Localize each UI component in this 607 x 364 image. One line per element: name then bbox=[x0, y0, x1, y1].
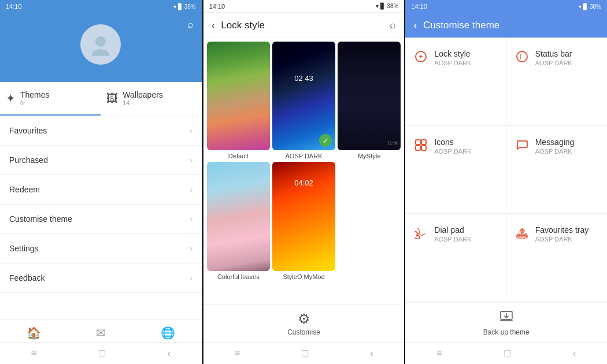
status-icons-3: ▾ ▊ 38% bbox=[579, 3, 601, 10]
svg-rect-5 bbox=[416, 140, 420, 144]
search-icon[interactable]: ⌕ bbox=[187, 18, 194, 31]
svg-text:i: i bbox=[520, 53, 522, 61]
customise-topbar: ‹ Customise theme bbox=[405, 13, 607, 38]
menu-btn-2[interactable]: ≡ bbox=[234, 347, 240, 359]
lockstyle-item-leaves[interactable]: Colorful leaves bbox=[207, 162, 270, 280]
dial-pad-cell-sub: AOSP DARK bbox=[434, 236, 471, 243]
system-nav-1: ≡ □ ‹ bbox=[0, 342, 202, 364]
svg-rect-10 bbox=[521, 234, 523, 236]
menu-item-feedback[interactable]: Feedback › bbox=[0, 263, 202, 293]
system-nav-3: ≡ □ ‹ bbox=[405, 342, 607, 364]
menu-item-favourites[interactable]: Favourites › bbox=[0, 116, 202, 146]
lock-style-topbar: ‹ Lock style ⌕ bbox=[203, 13, 405, 38]
menu-item-customise[interactable]: Customise theme › bbox=[0, 205, 202, 234]
cell-dial-pad[interactable]: Dial pad AOSP DARK bbox=[405, 214, 506, 302]
time-3: 14:10 bbox=[411, 3, 427, 10]
svg-rect-11 bbox=[524, 234, 527, 236]
home-btn-3[interactable]: □ bbox=[505, 347, 511, 359]
back-btn[interactable]: ‹ bbox=[167, 347, 171, 359]
lockstyle-thumb-default bbox=[207, 42, 270, 150]
lockstyle-thumb-mystyle: 11:50 bbox=[338, 42, 401, 150]
cell-status-bar[interactable]: i Status bar AOSP DARK bbox=[506, 38, 607, 126]
dial-pad-cell-title: Dial pad bbox=[434, 225, 471, 235]
icons-cell-sub: AOSP DARK bbox=[434, 148, 471, 155]
chevron-icon: › bbox=[190, 273, 193, 283]
nav-mail[interactable]: ✉ bbox=[67, 326, 134, 340]
cell-messaging[interactable]: Messaging AOSP DARK bbox=[506, 126, 607, 214]
svg-rect-7 bbox=[416, 146, 420, 150]
wifi-icon: ▾ bbox=[173, 3, 176, 10]
menu-list: Favourites › Purchased › Redeem › Custom… bbox=[0, 116, 202, 320]
lockstyle-item-mystyle[interactable]: 11:50 MyStyle bbox=[338, 42, 401, 159]
styleo-time: 04:02 bbox=[272, 179, 335, 187]
lockstyle-label-aosp: AOSP DARK bbox=[286, 153, 323, 159]
lockstyle-label-default: Default bbox=[228, 153, 249, 159]
time-1: 14:10 bbox=[6, 3, 22, 10]
menu-btn-3[interactable]: ≡ bbox=[436, 347, 443, 359]
wifi-icon-3: ▾ bbox=[579, 3, 582, 10]
back-btn-3[interactable]: ‹ bbox=[572, 347, 576, 359]
wallpapers-count: 14 bbox=[123, 99, 163, 106]
lockstyle-item-aosp[interactable]: 02 43 ✓ AOSP DARK bbox=[272, 42, 335, 159]
status-icons-2: ▾ ▊ 38% bbox=[376, 3, 398, 9]
tab-themes-text: Themes 6 bbox=[20, 90, 50, 106]
cell-lock-style[interactable]: Lock style AOSP DARK bbox=[405, 38, 506, 126]
wallpapers-label: Wallpapers bbox=[123, 90, 163, 99]
tab-themes[interactable]: ✦ Themes 6 bbox=[0, 82, 101, 116]
menu-item-settings[interactable]: Settings › bbox=[0, 234, 202, 263]
lockstyle-container: Default 02 43 ✓ AOSP DARK 11:50 MyStyle bbox=[203, 38, 405, 304]
customise-grid: Lock style AOSP DARK i Status bar AOSP D… bbox=[405, 38, 607, 302]
nav-globe[interactable]: 🌐 bbox=[134, 326, 201, 340]
search-button[interactable]: ⌕ bbox=[390, 19, 396, 31]
home-btn[interactable]: □ bbox=[99, 347, 105, 359]
lockstyle-grid: Default 02 43 ✓ AOSP DARK 11:50 MyStyle bbox=[207, 42, 401, 280]
lockstyle-label-styleo: StyleO MyMod bbox=[283, 273, 324, 280]
lockstyle-label-mystyle: MyStyle bbox=[358, 153, 380, 159]
status-bar-cell-sub: AOSP DARK bbox=[535, 60, 572, 66]
panel-1: 14:10 ▾ ▊ 38% ⌕ ✦ Themes 6 🖼 Wall bbox=[0, 0, 202, 364]
cell-favourites-tray[interactable]: Favourites tray AOSP DARK bbox=[506, 214, 607, 302]
panel3-bottom: Back up theme bbox=[405, 302, 607, 342]
chevron-icon: › bbox=[190, 214, 193, 224]
status-bar-cell-title: Status bar bbox=[535, 49, 572, 58]
aosp-time: 02 43 bbox=[272, 74, 335, 83]
lock-style-title: Lock style bbox=[221, 20, 384, 31]
back-btn-2[interactable]: ‹ bbox=[370, 347, 373, 359]
svg-point-3 bbox=[517, 51, 527, 62]
status-bar-2: 14:10 ▾ ▊ 38% bbox=[203, 0, 405, 13]
menu-item-purchased[interactable]: Purchased › bbox=[0, 146, 202, 175]
themes-count: 6 bbox=[20, 99, 50, 106]
battery-2: 38% bbox=[387, 3, 398, 9]
favourites-tray-icon bbox=[516, 226, 528, 243]
back-button[interactable]: ‹ bbox=[212, 18, 216, 32]
status-bar-1: 14:10 ▾ ▊ 38% bbox=[0, 0, 202, 13]
chevron-icon: › bbox=[190, 244, 193, 253]
icons-icon bbox=[414, 139, 427, 155]
favourites-tray-cell-sub: AOSP DARK bbox=[535, 236, 589, 243]
themes-icon: ✦ bbox=[6, 91, 16, 105]
lockstyle-item-default[interactable]: Default bbox=[207, 42, 270, 159]
lock-style-icon bbox=[414, 50, 427, 66]
home-btn-2[interactable]: □ bbox=[302, 347, 308, 359]
status-bar-icon: i bbox=[516, 50, 528, 66]
battery-3: 38% bbox=[590, 3, 601, 10]
lockstyle-thumb-leaves bbox=[207, 162, 270, 270]
back-button-3[interactable]: ‹ bbox=[413, 18, 417, 32]
tab-wallpapers-text: Wallpapers 14 bbox=[123, 90, 163, 106]
tab-wallpapers[interactable]: 🖼 Wallpapers 14 bbox=[101, 82, 201, 116]
chevron-icon: › bbox=[190, 155, 193, 165]
time-2: 14:10 bbox=[209, 3, 225, 10]
battery-icon: 38% bbox=[184, 3, 196, 10]
nav-home[interactable]: 🏠 bbox=[0, 326, 67, 340]
lockstyle-item-styleo[interactable]: 04:02 StyleO MyMod bbox=[272, 162, 335, 280]
mystyle-time: 11:50 bbox=[387, 140, 398, 146]
signal-icon-3: ▊ bbox=[583, 3, 588, 10]
tab-row: ✦ Themes 6 🖼 Wallpapers 14 bbox=[0, 82, 202, 116]
cell-icons[interactable]: Icons AOSP DARK bbox=[405, 126, 506, 214]
customise-icon[interactable]: ⚙ bbox=[298, 311, 310, 327]
menu-btn[interactable]: ≡ bbox=[31, 347, 38, 359]
customise-theme-title: Customise theme bbox=[423, 20, 599, 31]
backup-icon[interactable] bbox=[499, 309, 514, 327]
cell-messaging-text: Messaging AOSP DARK bbox=[535, 138, 575, 155]
menu-item-redeem[interactable]: Redeem › bbox=[0, 175, 202, 205]
